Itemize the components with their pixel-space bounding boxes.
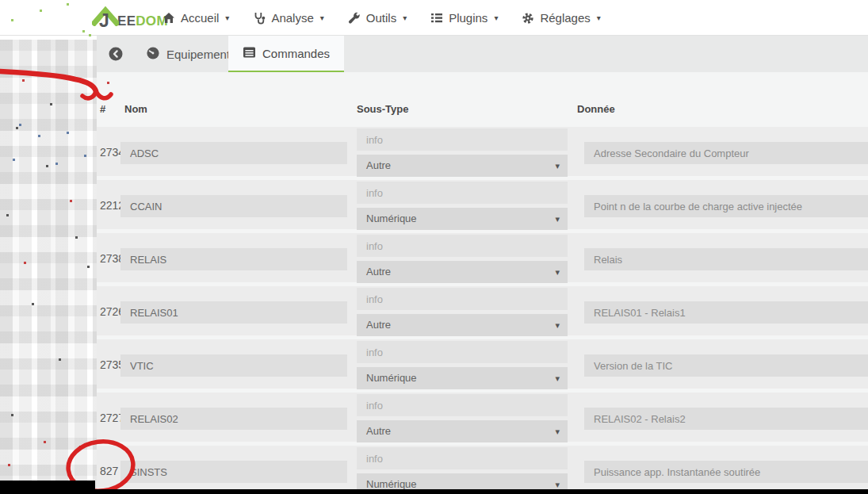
tab-label: Equipement <box>166 48 230 61</box>
chevron-down-icon: ▾ <box>555 155 560 177</box>
chevron-down-icon: ▾ <box>555 420 560 442</box>
noise-speck <box>11 19 13 21</box>
chevron-down-icon: ▾ <box>555 208 560 230</box>
stethoscope-icon <box>253 12 266 25</box>
table-row: 2734 Autre ▾ <box>0 127 868 180</box>
command-name-input[interactable] <box>120 248 347 270</box>
noise-speck <box>75 236 78 239</box>
noise-speck <box>107 82 109 84</box>
table-row: 2727 Autre ▾ <box>0 393 868 446</box>
menu-label: Plugins <box>449 11 488 25</box>
menu-item-analyse[interactable]: Analyse ▾ <box>253 11 323 25</box>
subtype-selected-value: Numérique <box>366 213 417 224</box>
command-type-input <box>357 341 568 363</box>
subtype-selected-value: Autre <box>366 425 391 437</box>
command-data-input[interactable] <box>584 248 868 270</box>
jeedom-commands-screen: J EEDOM Accueil ▾ Analyse ▾ Outils ▾ <box>0 0 868 494</box>
menu-item-plugins[interactable]: Plugins ▾ <box>430 11 498 25</box>
subtype-select[interactable]: Autre ▾ <box>357 314 568 336</box>
menu-label: Accueil <box>181 11 219 25</box>
chevron-down-icon: ▾ <box>225 13 229 22</box>
noise-speck <box>79 446 82 448</box>
subtype-select[interactable]: Numérique ▾ <box>357 367 568 389</box>
subtype-selected-value: Numérique <box>366 478 417 490</box>
command-data-input[interactable] <box>584 461 868 483</box>
noise-speck <box>87 266 90 268</box>
noise-speck <box>67 132 69 134</box>
chevron-down-icon: ▾ <box>555 261 560 283</box>
subtype-select[interactable]: Autre ▾ <box>357 420 568 442</box>
table-row: 827 Numérique ▾ <box>0 446 868 494</box>
tab-equipement[interactable]: Equipement <box>132 36 244 72</box>
command-type-input <box>357 288 568 310</box>
tab-label: Commandes <box>262 47 330 60</box>
noise-speck <box>50 103 52 105</box>
subtype-selected-value: Numérique <box>366 372 417 384</box>
table-row: 2735 Numérique ▾ <box>0 339 868 393</box>
jeedom-logo[interactable]: J EEDOM <box>92 2 168 34</box>
noise-speck <box>16 127 18 129</box>
noise-speck <box>46 165 48 167</box>
noise-speck <box>55 163 58 165</box>
arrow-circle-left-icon <box>108 51 124 64</box>
gear-icon <box>522 12 534 25</box>
command-type-input <box>357 128 568 151</box>
tab-commandes[interactable]: Commandes <box>228 36 344 72</box>
noise-speck <box>22 79 25 82</box>
home-icon <box>163 12 175 24</box>
subtype-selected-value: Autre <box>366 159 391 171</box>
chevron-down-icon: ▾ <box>494 13 498 22</box>
redaction-bar-bottom <box>0 489 868 494</box>
menu-item-accueil[interactable]: Accueil ▾ <box>163 11 229 25</box>
menu-label: Outils <box>366 11 396 25</box>
menu-label: Réglages <box>540 11 590 25</box>
noise-speck <box>8 464 10 466</box>
command-name-input[interactable] <box>120 408 347 430</box>
command-data-input[interactable] <box>584 195 868 217</box>
wrench-icon <box>348 12 361 25</box>
chevron-down-icon: ▾ <box>555 367 560 389</box>
command-data-input[interactable] <box>584 142 868 164</box>
subtype-selected-value: Autre <box>366 319 391 331</box>
noise-speck <box>6 214 9 216</box>
noise-speck <box>32 303 34 305</box>
chevron-down-icon: ▾ <box>555 314 560 336</box>
table-row: 2212 Numérique ▾ <box>0 180 868 233</box>
back-button[interactable] <box>108 46 124 62</box>
chevron-down-icon: ▾ <box>597 13 601 22</box>
chevron-down-icon: ▾ <box>403 13 407 22</box>
command-data-input[interactable] <box>584 408 868 430</box>
logo-text: EEDOM <box>117 13 168 34</box>
main-menu: Accueil ▾ Analyse ▾ Outils ▾ Plugins ▾ R… <box>163 0 625 36</box>
menu-item-reglages[interactable]: Réglages ▾ <box>522 11 600 25</box>
noise-speck <box>19 124 21 126</box>
top-navbar: J EEDOM Accueil ▾ Analyse ▾ Outils ▾ <box>0 0 868 36</box>
noise-speck <box>67 3 69 6</box>
noise-speck <box>89 34 91 36</box>
subtype-select[interactable]: Autre ▾ <box>357 261 568 283</box>
column-header-donnee: Donnée <box>577 103 615 115</box>
subtype-select[interactable]: Numérique ▾ <box>357 208 568 230</box>
command-data-input[interactable] <box>584 301 868 324</box>
command-name-input[interactable] <box>120 354 347 377</box>
command-name-input[interactable] <box>120 142 347 164</box>
noise-speck <box>70 200 72 202</box>
noise-speck <box>24 262 26 264</box>
noise-speck <box>38 135 40 137</box>
command-data-input[interactable] <box>584 354 868 377</box>
menu-item-outils[interactable]: Outils ▾ <box>348 11 407 25</box>
command-name-input[interactable] <box>120 461 347 483</box>
logo-j-letter: J <box>99 10 109 32</box>
command-type-input <box>357 447 568 469</box>
noise-speck <box>44 441 46 443</box>
commands-table: # Nom Sous-Type Donnée 2734 Autre ▾ 2212… <box>0 72 868 494</box>
command-id: 827 <box>100 465 118 477</box>
command-name-input[interactable] <box>120 301 347 324</box>
noise-speck <box>84 155 86 157</box>
subtype-select[interactable]: Autre ▾ <box>357 155 568 177</box>
table-body: 2734 Autre ▾ 2212 Numérique ▾ 2738 Autre <box>0 127 868 494</box>
noise-speck <box>59 358 61 361</box>
noise-speck <box>40 10 42 12</box>
command-type-input <box>357 394 568 416</box>
command-name-input[interactable] <box>120 195 347 217</box>
